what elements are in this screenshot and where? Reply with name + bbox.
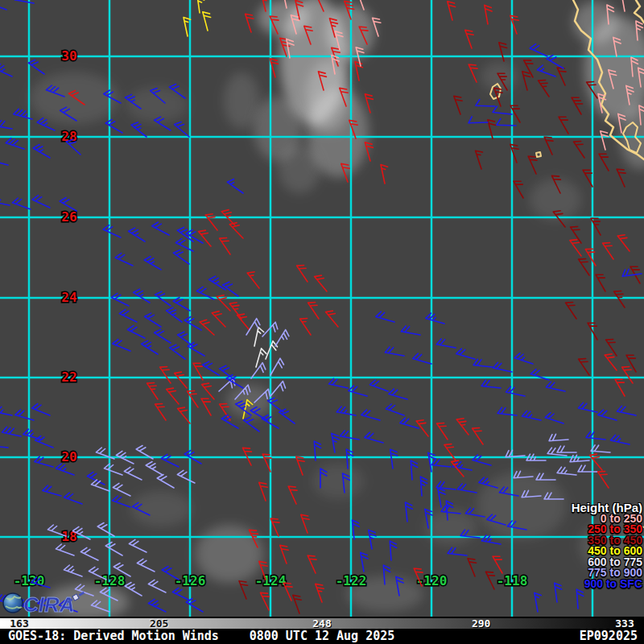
latitude-label: 26 [61, 209, 76, 225]
cloud-patch [279, 145, 320, 193]
wind-barb [105, 543, 122, 556]
wind-barb [316, 584, 324, 602]
storm-id-label: EP092025 [580, 629, 638, 644]
wind-barb [576, 589, 583, 609]
wind-barb [56, 464, 74, 475]
wind-barb [0, 155, 8, 165]
wind-barb [365, 142, 373, 161]
wind-barb [239, 581, 248, 599]
wind-barb [87, 472, 105, 485]
wind-barb [469, 117, 488, 123]
wind-barb [308, 555, 316, 573]
wind-barb [227, 179, 243, 193]
wind-barb [499, 43, 507, 61]
wind-barb [296, 456, 304, 475]
wind-barb [426, 313, 444, 324]
wind-barb [247, 272, 259, 288]
satellite-map-canvas: 30282624222018 -130-128-126-124-122-120-… [0, 0, 644, 617]
wind-barb [376, 312, 394, 322]
wind-barb [436, 481, 456, 489]
longitude-label: -126 [175, 573, 206, 588]
wind-barb [365, 432, 383, 443]
cloud-patch [573, 2, 618, 43]
wind-barb [437, 423, 448, 440]
wind-barb [32, 196, 50, 208]
wind-barb [148, 580, 166, 592]
wind-barb [557, 68, 566, 85]
longitude-label: -130 [14, 573, 45, 588]
wind-barb [605, 354, 617, 370]
wind-barb [161, 454, 179, 467]
wind-barb [476, 151, 483, 169]
wind-barb [203, 361, 219, 375]
wind-barb [578, 465, 597, 472]
wind-barb [340, 431, 359, 440]
wind-barb [155, 329, 171, 343]
cira-logo-graphic: CIRA [2, 589, 90, 617]
wind-barb [468, 559, 477, 576]
wind-barb [64, 565, 82, 576]
wind-barb [598, 410, 617, 420]
longitude-label: -118 [497, 573, 528, 588]
wind-barb [33, 145, 50, 159]
wind-barb [175, 122, 189, 138]
wind-barb [148, 599, 166, 612]
wind-barb [32, 404, 50, 416]
wind-barb [56, 544, 74, 555]
wind-barb [493, 362, 513, 372]
legend-entries: 0 to 250250 to 350350 to 450450 to 60060… [572, 514, 642, 590]
wind-barb [486, 572, 495, 589]
cloud-patch [130, 491, 192, 526]
latitude-label: 22 [61, 369, 76, 385]
wind-barb [115, 254, 133, 266]
wind-barb [420, 477, 427, 496]
wind-barb [436, 339, 456, 348]
wind-barb [129, 539, 147, 552]
wind-barb [514, 181, 523, 198]
wind-barb [2, 427, 22, 436]
wind-barb [389, 389, 407, 399]
wind-barb [275, 330, 289, 346]
wind-barb [220, 238, 230, 255]
wind-barb [456, 349, 475, 359]
wind-barb [173, 298, 190, 312]
wind-barb [113, 483, 130, 496]
wind-barb [465, 30, 473, 48]
wind-barb [197, 0, 204, 13]
wind-barb [596, 275, 605, 291]
wind-barb [473, 359, 493, 367]
wind-barb [64, 493, 82, 504]
wind-barb [0, 0, 6, 10]
wind-barb [617, 406, 637, 415]
wind-barb [524, 60, 533, 77]
wind-barb [35, 436, 53, 448]
wind-barb [457, 484, 477, 493]
wind-barb [514, 353, 533, 364]
wind-barb [456, 419, 469, 435]
wind-barb [293, 595, 301, 613]
wind-barb [386, 404, 404, 415]
wind-barb [315, 275, 327, 291]
wind-barb [177, 470, 195, 483]
wind-barb [530, 44, 547, 56]
satellite-map: 30282624222018 -130-128-126-124-122-120-… [0, 0, 644, 617]
wind-barb [369, 380, 388, 391]
wind-barb [280, 545, 288, 564]
wind-barb [336, 407, 356, 415]
wind-barb [0, 120, 12, 129]
wind-barb [172, 588, 190, 601]
wind-barb [80, 547, 98, 560]
wind-barb [14, 0, 34, 3]
wind-barb [103, 225, 121, 237]
wind-barb [497, 119, 516, 126]
wind-barb [288, 486, 297, 504]
wind-barb [537, 65, 555, 76]
wind-barb [497, 407, 517, 415]
legend-entry: 900 to SFC [572, 579, 642, 590]
wind-barb [603, 243, 613, 260]
wind-barb [493, 106, 512, 114]
wind-barb [448, 2, 456, 20]
wind-barb [601, 131, 609, 150]
wind-barb [221, 415, 238, 429]
wind-barb [559, 117, 568, 134]
